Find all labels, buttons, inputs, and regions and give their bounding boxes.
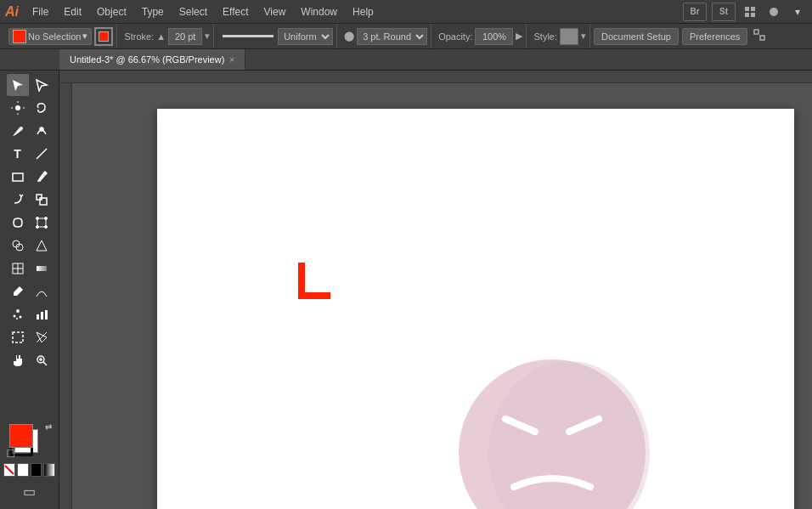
menu-type[interactable]: Type (135, 4, 171, 20)
stroke-up-arrow[interactable]: ▲ (156, 31, 166, 42)
menu-file[interactable]: File (25, 4, 55, 20)
scale-tool[interactable] (31, 189, 53, 211)
tool-row-11 (2, 303, 57, 325)
swap-fill-stroke[interactable]: ⇄ (45, 422, 52, 432)
selection-dropdown[interactable]: No Selection ▾ (8, 28, 92, 45)
style-preview[interactable] (560, 28, 578, 45)
arrange-icon[interactable] (751, 26, 768, 46)
menu-object[interactable]: Object (90, 4, 133, 20)
selection-tool[interactable] (7, 74, 29, 96)
tool-row-9 (2, 257, 57, 280)
tab-close-button[interactable]: × (229, 55, 234, 65)
svg-rect-35 (37, 314, 39, 320)
svg-rect-18 (40, 198, 47, 205)
artboard (157, 109, 794, 509)
shape-builder-tool[interactable] (7, 235, 29, 257)
brush-dropdown[interactable]: 3 pt. Round (357, 28, 427, 45)
screen-mode-button[interactable]: ▭ (19, 480, 41, 502)
direct-selection-tool[interactable] (31, 74, 53, 96)
rotate-tool[interactable] (7, 189, 29, 211)
style-section: Style: ▾ (530, 24, 590, 48)
svg-rect-36 (41, 312, 43, 320)
grid-icon-btn[interactable] (741, 3, 759, 21)
blend-tool[interactable] (31, 280, 53, 303)
menu-help[interactable]: Help (346, 4, 381, 20)
svg-point-7 (15, 105, 20, 110)
mesh-tool[interactable] (7, 257, 29, 280)
menu-select[interactable]: Select (172, 4, 214, 20)
warp-tool[interactable] (7, 212, 29, 234)
default-colors[interactable]: □ (8, 446, 14, 460)
svg-rect-38 (13, 332, 23, 342)
menu-view[interactable]: View (257, 4, 293, 20)
selection-section: No Selection ▾ (5, 24, 117, 48)
menu-edit[interactable]: Edit (57, 4, 88, 20)
line-tool[interactable] (31, 143, 53, 165)
perspective-grid-tool[interactable] (31, 235, 53, 257)
pen-tool[interactable] (7, 120, 29, 142)
hand-tool[interactable] (7, 349, 29, 371)
curvature-tool[interactable] (31, 120, 53, 142)
tool-row-2 (2, 97, 57, 119)
tool-row-7 (2, 212, 57, 234)
opacity-label: Opacity: (438, 31, 472, 42)
tool-row-3 (2, 120, 57, 142)
none-color-swatch[interactable] (3, 463, 15, 477)
svg-point-24 (44, 226, 47, 229)
line-style-dropdown[interactable]: Uniform (278, 28, 333, 45)
black-color-swatch[interactable] (31, 463, 42, 477)
lasso-tool[interactable] (31, 97, 53, 119)
white-color-swatch[interactable] (17, 463, 29, 477)
type-tool[interactable]: T (7, 143, 29, 165)
svg-point-33 (19, 316, 21, 319)
svg-rect-5 (754, 30, 758, 34)
eyedropper-tool[interactable] (7, 280, 29, 303)
selection-arrow: ▾ (82, 31, 87, 42)
gray-color-swatch[interactable] (43, 463, 55, 477)
menu-bar: Ai File Edit Object Type Select Effect V… (0, 0, 812, 24)
menu-effect[interactable]: Effect (216, 4, 255, 20)
stock-icon-btn[interactable]: St (712, 3, 736, 21)
zoom-tool[interactable] (31, 349, 53, 371)
symbol-sprayer-tool[interactable] (7, 303, 29, 325)
stroke-value-input[interactable] (168, 28, 202, 45)
free-transform-tool[interactable] (31, 212, 53, 234)
svg-rect-0 (745, 7, 749, 11)
cloud-icon-btn[interactable] (764, 3, 783, 21)
fill-stroke-switcher[interactable] (94, 27, 113, 46)
svg-point-21 (36, 218, 38, 220)
line-style-section: Uniform (217, 24, 337, 48)
fill-red-active[interactable] (9, 424, 33, 448)
brush-size-indicator: ⬤ (344, 31, 354, 42)
style-arrow[interactable]: ▾ (581, 31, 586, 42)
more-icon-btn[interactable]: ▾ (788, 3, 807, 21)
svg-rect-30 (37, 266, 47, 271)
stroke-section: Stroke: ▲ ▾ (121, 24, 214, 48)
column-graph-tool[interactable] (31, 303, 53, 325)
menu-window[interactable]: Window (294, 4, 344, 20)
magic-wand-tool[interactable] (7, 97, 29, 119)
opacity-input[interactable] (475, 28, 513, 45)
document-setup-button[interactable]: Document Setup (594, 28, 679, 45)
opacity-expand[interactable]: ▶ (516, 31, 522, 42)
vertical-ruler (59, 83, 72, 509)
svg-point-13 (40, 127, 43, 131)
slice-tool[interactable] (31, 326, 53, 348)
pencil-tool[interactable] (31, 166, 53, 188)
preferences-button[interactable]: Preferences (682, 28, 747, 45)
artboard-tool[interactable] (7, 326, 29, 348)
active-tab[interactable]: Untitled-3* @ 66.67% (RGB/Preview) × (59, 49, 245, 70)
horizontal-ruler (59, 71, 812, 83)
right-icons: Br St ▾ (683, 3, 807, 21)
fill-color-indicator[interactable] (13, 30, 26, 43)
opacity-section: Opacity: ▶ (435, 24, 527, 48)
stroke-down-arrow[interactable]: ▾ (205, 31, 210, 42)
svg-rect-37 (45, 310, 48, 320)
tool-row-13 (2, 349, 57, 371)
bridge-icon-btn[interactable]: Br (683, 3, 707, 21)
tool-row-4: T (2, 143, 57, 165)
svg-point-23 (36, 226, 38, 229)
rect-tool[interactable] (7, 166, 29, 188)
svg-rect-15 (13, 173, 23, 181)
gradient-tool[interactable] (31, 257, 53, 280)
